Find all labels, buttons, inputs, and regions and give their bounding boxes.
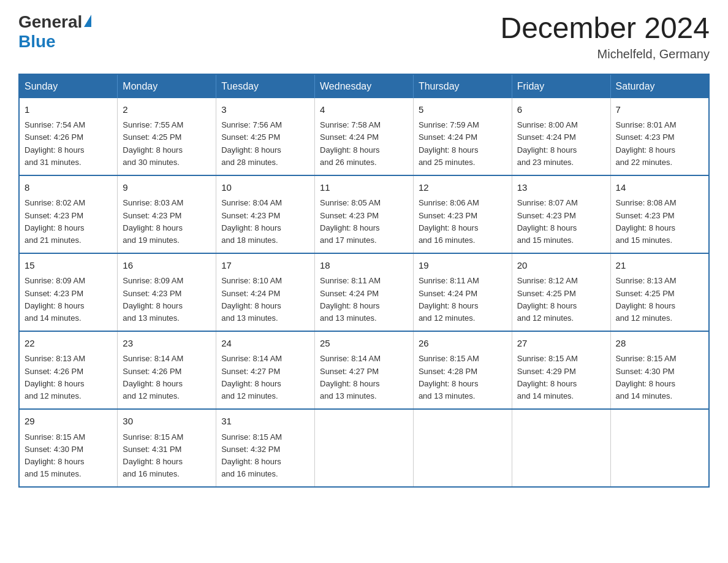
calendar-week-row: 15 Sunrise: 8:09 AMSunset: 4:23 PMDaylig… (19, 253, 709, 331)
day-info: Sunrise: 8:15 AMSunset: 4:32 PMDaylight:… (221, 432, 282, 478)
day-number: 30 (123, 415, 211, 429)
day-number: 2 (123, 103, 211, 117)
header-friday: Friday (512, 74, 610, 98)
calendar-cell: 6 Sunrise: 8:00 AMSunset: 4:24 PMDayligh… (512, 98, 610, 175)
day-info: Sunrise: 8:09 AMSunset: 4:23 PMDaylight:… (123, 276, 183, 322)
day-number: 27 (517, 337, 605, 351)
calendar-cell: 27 Sunrise: 8:15 AMSunset: 4:29 PMDaylig… (512, 331, 610, 409)
calendar-cell: 20 Sunrise: 8:12 AMSunset: 4:25 PMDaylig… (512, 253, 610, 331)
day-info: Sunrise: 8:07 AMSunset: 4:23 PMDaylight:… (517, 198, 578, 244)
logo-blue-text: Blue (18, 32, 56, 51)
day-number: 19 (419, 259, 507, 273)
calendar-cell: 4 Sunrise: 7:58 AMSunset: 4:24 PMDayligh… (315, 98, 414, 175)
calendar-cell: 22 Sunrise: 8:13 AMSunset: 4:26 PMDaylig… (19, 331, 118, 409)
day-info: Sunrise: 8:02 AMSunset: 4:23 PMDaylight:… (25, 198, 85, 244)
day-number: 29 (25, 415, 112, 429)
calendar-cell: 25 Sunrise: 8:14 AMSunset: 4:27 PMDaylig… (315, 331, 414, 409)
calendar-cell: 23 Sunrise: 8:14 AMSunset: 4:26 PMDaylig… (118, 331, 216, 409)
calendar-cell (610, 409, 709, 487)
day-info: Sunrise: 8:15 AMSunset: 4:29 PMDaylight:… (517, 354, 578, 400)
calendar-cell: 12 Sunrise: 8:06 AMSunset: 4:23 PMDaylig… (413, 175, 512, 253)
header-wednesday: Wednesday (315, 74, 414, 98)
day-info: Sunrise: 8:14 AMSunset: 4:27 PMDaylight:… (320, 354, 381, 400)
day-info: Sunrise: 7:54 AMSunset: 4:26 PMDaylight:… (25, 120, 85, 166)
calendar-cell: 15 Sunrise: 8:09 AMSunset: 4:23 PMDaylig… (19, 253, 118, 331)
day-number: 13 (517, 181, 605, 195)
day-info: Sunrise: 8:11 AMSunset: 4:24 PMDaylight:… (419, 276, 479, 322)
page-subtitle: Michelfeld, Germany (500, 47, 710, 61)
day-info: Sunrise: 8:03 AMSunset: 4:23 PMDaylight:… (123, 198, 183, 244)
calendar-cell: 1 Sunrise: 7:54 AMSunset: 4:26 PMDayligh… (19, 98, 118, 175)
day-info: Sunrise: 8:13 AMSunset: 4:26 PMDaylight:… (25, 354, 85, 400)
day-info: Sunrise: 7:56 AMSunset: 4:25 PMDaylight:… (221, 120, 282, 166)
header-sunday: Sunday (19, 74, 118, 98)
calendar-cell: 2 Sunrise: 7:55 AMSunset: 4:25 PMDayligh… (118, 98, 216, 175)
day-number: 28 (616, 337, 703, 351)
day-info: Sunrise: 7:58 AMSunset: 4:24 PMDaylight:… (320, 120, 381, 166)
logo-triangle-icon (84, 15, 91, 27)
day-number: 22 (25, 337, 112, 351)
header-thursday: Thursday (413, 74, 512, 98)
calendar-cell: 17 Sunrise: 8:10 AMSunset: 4:24 PMDaylig… (216, 253, 315, 331)
calendar-week-row: 1 Sunrise: 7:54 AMSunset: 4:26 PMDayligh… (19, 98, 709, 175)
day-number: 17 (221, 259, 309, 273)
title-area: December 2024 Michelfeld, Germany (500, 12, 710, 61)
calendar-week-row: 29 Sunrise: 8:15 AMSunset: 4:30 PMDaylig… (19, 409, 709, 487)
day-number: 4 (320, 103, 408, 117)
day-number: 18 (320, 259, 408, 273)
header-saturday: Saturday (610, 74, 709, 98)
calendar-cell: 16 Sunrise: 8:09 AMSunset: 4:23 PMDaylig… (118, 253, 216, 331)
calendar-cell: 7 Sunrise: 8:01 AMSunset: 4:23 PMDayligh… (610, 98, 709, 175)
day-number: 26 (419, 337, 507, 351)
calendar-cell: 19 Sunrise: 8:11 AMSunset: 4:24 PMDaylig… (413, 253, 512, 331)
calendar-cell: 28 Sunrise: 8:15 AMSunset: 4:30 PMDaylig… (610, 331, 709, 409)
calendar-cell: 10 Sunrise: 8:04 AMSunset: 4:23 PMDaylig… (216, 175, 315, 253)
day-info: Sunrise: 8:15 AMSunset: 4:30 PMDaylight:… (616, 354, 677, 400)
logo: General Blue (18, 12, 91, 52)
day-info: Sunrise: 8:13 AMSunset: 4:25 PMDaylight:… (616, 276, 677, 322)
calendar-cell: 31 Sunrise: 8:15 AMSunset: 4:32 PMDaylig… (216, 409, 315, 487)
day-number: 14 (616, 181, 703, 195)
day-info: Sunrise: 8:12 AMSunset: 4:25 PMDaylight:… (517, 276, 578, 322)
day-info: Sunrise: 8:15 AMSunset: 4:28 PMDaylight:… (419, 354, 479, 400)
calendar-cell: 24 Sunrise: 8:14 AMSunset: 4:27 PMDaylig… (216, 331, 315, 409)
day-number: 20 (517, 259, 605, 273)
day-number: 23 (123, 337, 211, 351)
day-number: 5 (419, 103, 507, 117)
calendar-cell: 21 Sunrise: 8:13 AMSunset: 4:25 PMDaylig… (610, 253, 709, 331)
day-info: Sunrise: 8:04 AMSunset: 4:23 PMDaylight:… (221, 198, 282, 244)
calendar-cell (413, 409, 512, 487)
day-info: Sunrise: 8:15 AMSunset: 4:31 PMDaylight:… (123, 432, 183, 478)
day-number: 3 (221, 103, 309, 117)
day-number: 16 (123, 259, 211, 273)
calendar-cell: 8 Sunrise: 8:02 AMSunset: 4:23 PMDayligh… (19, 175, 118, 253)
day-info: Sunrise: 8:15 AMSunset: 4:30 PMDaylight:… (25, 432, 85, 478)
day-number: 7 (616, 103, 703, 117)
page-header: General Blue December 2024 Michelfeld, G… (18, 12, 710, 61)
calendar-cell: 5 Sunrise: 7:59 AMSunset: 4:24 PMDayligh… (413, 98, 512, 175)
day-number: 11 (320, 181, 408, 195)
calendar-cell (512, 409, 610, 487)
day-info: Sunrise: 8:00 AMSunset: 4:24 PMDaylight:… (517, 120, 578, 166)
day-info: Sunrise: 8:10 AMSunset: 4:24 PMDaylight:… (221, 276, 282, 322)
logo-general-text: General (18, 12, 82, 32)
calendar-week-row: 22 Sunrise: 8:13 AMSunset: 4:26 PMDaylig… (19, 331, 709, 409)
day-info: Sunrise: 8:14 AMSunset: 4:27 PMDaylight:… (221, 354, 282, 400)
day-info: Sunrise: 7:59 AMSunset: 4:24 PMDaylight:… (419, 120, 479, 166)
day-number: 25 (320, 337, 408, 351)
calendar-cell: 14 Sunrise: 8:08 AMSunset: 4:23 PMDaylig… (610, 175, 709, 253)
day-info: Sunrise: 7:55 AMSunset: 4:25 PMDaylight:… (123, 120, 183, 166)
calendar-cell: 18 Sunrise: 8:11 AMSunset: 4:24 PMDaylig… (315, 253, 414, 331)
day-info: Sunrise: 8:01 AMSunset: 4:23 PMDaylight:… (616, 120, 677, 166)
page-title: December 2024 (500, 12, 710, 45)
calendar-header-row: SundayMondayTuesdayWednesdayThursdayFrid… (19, 74, 709, 98)
calendar-cell: 9 Sunrise: 8:03 AMSunset: 4:23 PMDayligh… (118, 175, 216, 253)
calendar-cell: 26 Sunrise: 8:15 AMSunset: 4:28 PMDaylig… (413, 331, 512, 409)
day-number: 10 (221, 181, 309, 195)
day-number: 9 (123, 181, 211, 195)
day-number: 12 (419, 181, 507, 195)
day-number: 1 (25, 103, 112, 117)
calendar-cell: 29 Sunrise: 8:15 AMSunset: 4:30 PMDaylig… (19, 409, 118, 487)
calendar-cell (315, 409, 414, 487)
calendar-cell: 3 Sunrise: 7:56 AMSunset: 4:25 PMDayligh… (216, 98, 315, 175)
